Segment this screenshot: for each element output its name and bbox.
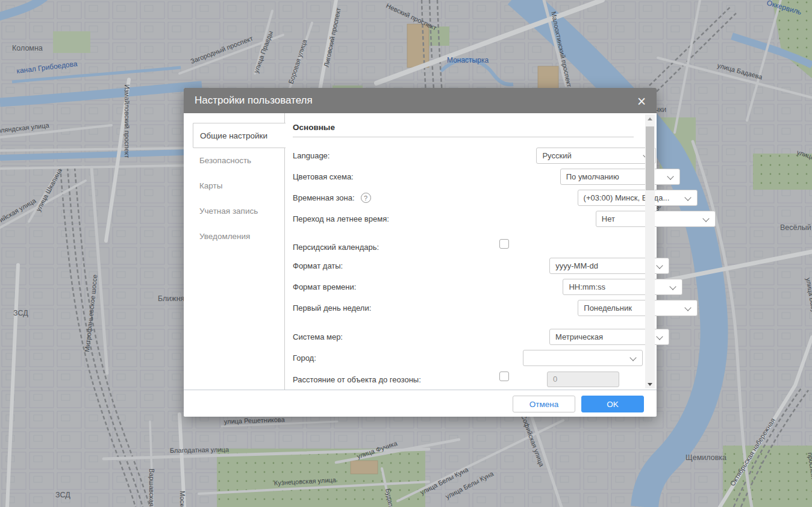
user-settings-dialog: Настройки пользователя × Общие настройки… (184, 88, 657, 417)
language-label: Language: (293, 151, 329, 160)
scroll-up-arrow[interactable] (645, 114, 655, 123)
timezone-label: Временная зона: (293, 193, 355, 202)
color-scheme-label: Цветовая схема: (293, 172, 354, 181)
date-format-label: Формат даты: (293, 261, 343, 270)
dialog-scrollbar[interactable] (645, 114, 655, 388)
row-geofence-distance: Расстояние от объекта до геозоны: 0 (293, 372, 634, 388)
row-timezone: Временная зона: ? (+03:00) Минск, Багда.… (293, 190, 634, 206)
settings-tabs: Общие настройкиБезопасностьКартыУчетная … (184, 123, 285, 249)
time-format-select[interactable]: HH:mm:ss (563, 279, 682, 295)
color-scheme-select[interactable]: По умолчанию (560, 169, 680, 185)
row-dst: Переход на летнее время: Нет (293, 211, 634, 227)
cancel-button[interactable]: Отмена (513, 396, 575, 412)
scroll-down-arrow[interactable] (645, 380, 655, 388)
city-label: Город: (293, 353, 316, 362)
geofence-distance-input[interactable]: 0 (547, 372, 619, 387)
row-time-format: Формат времени: HH:mm:ss (293, 279, 634, 295)
dst-select[interactable]: Нет (596, 211, 716, 227)
app-stage: Коломнаканал ГрибоедоваКурляндская улица… (0, 0, 812, 507)
row-persian-calendar: Персидский календарь: (293, 239, 634, 255)
dialog-header: Настройки пользователя × (184, 88, 657, 113)
row-first-day: Первый день недели: Понедельник (293, 300, 634, 316)
time-format-label: Формат времени: (293, 282, 356, 291)
sidebar-tab-0[interactable]: Общие настройки (193, 123, 286, 148)
first-day-label: Первый день недели: (293, 303, 371, 313)
ok-button[interactable]: OK (581, 396, 644, 412)
dialog-footer: Отмена OK (184, 390, 657, 417)
scrollbar-thumb[interactable] (646, 126, 654, 190)
first-day-select[interactable]: Понедельник (578, 300, 698, 316)
geofence-distance-label: Расстояние от объекта до геозоны: (293, 375, 421, 384)
close-icon[interactable]: × (632, 92, 651, 110)
persian-calendar-checkbox[interactable] (499, 239, 509, 249)
sidebar-tab-3[interactable]: Учетная запись (184, 199, 285, 224)
persian-calendar-label: Персидский календарь: (293, 243, 379, 252)
dialog-body: Общие настройкиБезопасностьКартыУчетная … (184, 113, 657, 390)
settings-content: Основные Language: Русский Цветовая схем… (293, 113, 634, 390)
row-date-format: Формат даты: yyyy-MM-dd (293, 258, 634, 274)
measure-system-label: Система мер: (293, 332, 343, 341)
sidebar-tab-2[interactable]: Карты (184, 173, 285, 199)
dst-label: Переход на летнее время: (293, 214, 389, 223)
language-select[interactable]: Русский (536, 148, 656, 164)
section-title: Основные (293, 123, 634, 137)
sidebar-tab-4[interactable]: Уведомления (184, 224, 285, 249)
row-city: Город: (293, 350, 634, 366)
timezone-select[interactable]: (+03:00) Минск, Багда... (578, 190, 698, 206)
row-color-scheme: Цветовая схема: По умолчанию (293, 169, 634, 185)
city-select[interactable] (523, 350, 643, 366)
sidebar-tab-1[interactable]: Безопасность (184, 148, 285, 173)
row-language: Language: Русский (293, 148, 634, 164)
geofence-distance-checkbox[interactable] (499, 372, 509, 381)
dialog-title: Настройки пользователя (195, 95, 313, 107)
help-icon[interactable]: ? (361, 193, 371, 203)
row-measure-system: Система мер: Метрическая (293, 329, 634, 345)
